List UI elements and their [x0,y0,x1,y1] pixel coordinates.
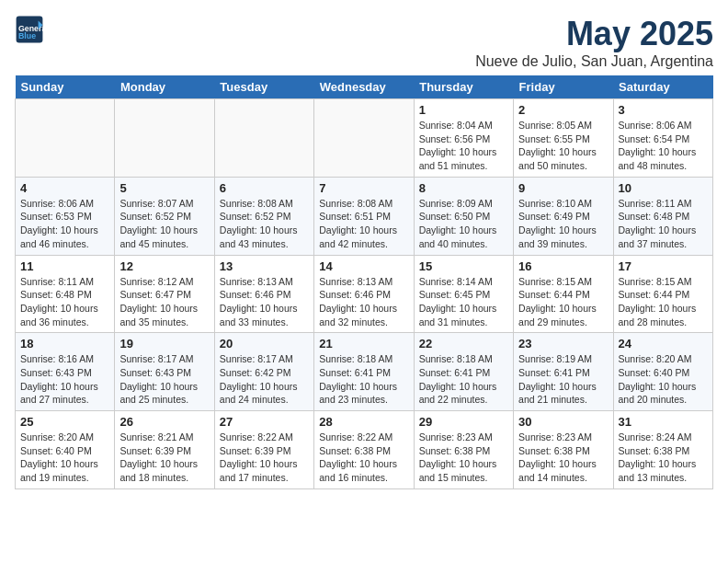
page-header: General Blue May 2025 Nueve de Julio, Sa… [15,15,713,70]
day-info: Sunrise: 8:11 AM Sunset: 6:48 PM Dayligh… [20,275,109,329]
calendar-cell: 1Sunrise: 8:04 AM Sunset: 6:56 PM Daylig… [414,99,513,178]
day-info: Sunrise: 8:20 AM Sunset: 6:40 PM Dayligh… [619,352,708,407]
day-number: 22 [419,337,508,350]
calendar-cell [214,99,313,178]
calendar-cell [16,99,115,178]
day-number: 18 [20,337,109,350]
calendar-cell: 30Sunrise: 8:23 AM Sunset: 6:38 PM Dayli… [514,411,613,489]
day-info: Sunrise: 8:08 AM Sunset: 6:51 PM Dayligh… [319,197,408,251]
day-number: 8 [419,181,508,195]
weekday-header-cell: Friday [514,75,613,99]
day-info: Sunrise: 8:13 AM Sunset: 6:46 PM Dayligh… [319,275,408,329]
day-info: Sunrise: 8:07 AM Sunset: 6:52 PM Dayligh… [119,197,209,251]
calendar-week-row: 18Sunrise: 8:16 AM Sunset: 6:43 PM Dayli… [16,333,713,411]
calendar-cell: 28Sunrise: 8:22 AM Sunset: 6:38 PM Dayli… [314,411,414,489]
calendar-cell: 3Sunrise: 8:06 AM Sunset: 6:54 PM Daylig… [613,99,712,178]
day-number: 29 [419,415,508,429]
day-number: 19 [119,337,209,350]
day-number: 3 [619,103,708,117]
weekday-header-cell: Sunday [16,75,115,99]
calendar-body: 1Sunrise: 8:04 AM Sunset: 6:56 PM Daylig… [16,99,713,489]
calendar-cell [314,99,414,178]
calendar-week-row: 25Sunrise: 8:20 AM Sunset: 6:40 PM Dayli… [16,411,713,489]
day-number: 5 [119,181,209,195]
day-info: Sunrise: 8:04 AM Sunset: 6:56 PM Dayligh… [419,119,508,173]
day-number: 2 [518,103,608,117]
day-number: 9 [518,181,608,195]
day-number: 4 [20,181,109,195]
weekday-header-cell: Tuesday [214,75,313,99]
calendar-cell: 11Sunrise: 8:11 AM Sunset: 6:48 PM Dayli… [16,255,115,333]
day-number: 1 [419,103,508,117]
day-info: Sunrise: 8:15 AM Sunset: 6:44 PM Dayligh… [619,275,708,329]
day-info: Sunrise: 8:06 AM Sunset: 6:54 PM Dayligh… [619,119,708,173]
calendar-cell: 20Sunrise: 8:17 AM Sunset: 6:42 PM Dayli… [214,333,313,411]
day-number: 23 [518,337,608,350]
day-number: 26 [119,415,209,429]
calendar-cell: 6Sunrise: 8:08 AM Sunset: 6:52 PM Daylig… [214,177,313,255]
day-number: 11 [20,259,109,273]
day-info: Sunrise: 8:14 AM Sunset: 6:45 PM Dayligh… [419,275,508,329]
day-info: Sunrise: 8:08 AM Sunset: 6:52 PM Dayligh… [220,197,309,251]
day-number: 12 [119,259,209,273]
logo-icon: General Blue [15,15,44,44]
day-number: 30 [518,415,608,429]
calendar-cell: 5Sunrise: 8:07 AM Sunset: 6:52 PM Daylig… [115,177,214,255]
weekday-header-cell: Saturday [613,75,712,99]
calendar-cell: 16Sunrise: 8:15 AM Sunset: 6:44 PM Dayli… [514,255,613,333]
calendar-cell: 23Sunrise: 8:19 AM Sunset: 6:41 PM Dayli… [514,333,613,411]
calendar-cell: 29Sunrise: 8:23 AM Sunset: 6:38 PM Dayli… [414,411,513,489]
day-info: Sunrise: 8:05 AM Sunset: 6:55 PM Dayligh… [518,119,608,173]
day-number: 20 [220,337,309,350]
calendar-week-row: 1Sunrise: 8:04 AM Sunset: 6:56 PM Daylig… [16,99,713,178]
day-info: Sunrise: 8:19 AM Sunset: 6:41 PM Dayligh… [518,352,608,407]
day-info: Sunrise: 8:11 AM Sunset: 6:48 PM Dayligh… [619,197,708,251]
day-info: Sunrise: 8:22 AM Sunset: 6:38 PM Dayligh… [319,431,408,485]
calendar-cell: 17Sunrise: 8:15 AM Sunset: 6:44 PM Dayli… [613,255,712,333]
day-number: 21 [319,337,408,350]
day-info: Sunrise: 8:06 AM Sunset: 6:53 PM Dayligh… [20,197,109,251]
day-info: Sunrise: 8:13 AM Sunset: 6:46 PM Dayligh… [220,275,309,329]
day-info: Sunrise: 8:17 AM Sunset: 6:43 PM Dayligh… [119,352,209,407]
day-info: Sunrise: 8:20 AM Sunset: 6:40 PM Dayligh… [20,431,109,485]
day-number: 14 [319,259,408,273]
day-number: 24 [619,337,708,350]
calendar-cell: 2Sunrise: 8:05 AM Sunset: 6:55 PM Daylig… [514,99,613,178]
calendar-cell: 8Sunrise: 8:09 AM Sunset: 6:50 PM Daylig… [414,177,513,255]
calendar-cell: 14Sunrise: 8:13 AM Sunset: 6:46 PM Dayli… [314,255,414,333]
calendar-cell: 24Sunrise: 8:20 AM Sunset: 6:40 PM Dayli… [613,333,712,411]
weekday-header-cell: Thursday [414,75,513,99]
day-info: Sunrise: 8:22 AM Sunset: 6:39 PM Dayligh… [220,431,309,485]
day-number: 31 [619,415,708,429]
day-info: Sunrise: 8:17 AM Sunset: 6:42 PM Dayligh… [220,352,309,407]
day-number: 28 [319,415,408,429]
day-info: Sunrise: 8:18 AM Sunset: 6:41 PM Dayligh… [319,352,408,407]
day-info: Sunrise: 8:16 AM Sunset: 6:43 PM Dayligh… [20,352,109,407]
calendar-cell: 7Sunrise: 8:08 AM Sunset: 6:51 PM Daylig… [314,177,414,255]
calendar-cell: 25Sunrise: 8:20 AM Sunset: 6:40 PM Dayli… [16,411,115,489]
weekday-header-row: SundayMondayTuesdayWednesdayThursdayFrid… [16,75,713,99]
day-number: 6 [220,181,309,195]
day-info: Sunrise: 8:18 AM Sunset: 6:41 PM Dayligh… [419,352,508,407]
logo: General Blue [15,15,44,44]
calendar-cell: 21Sunrise: 8:18 AM Sunset: 6:41 PM Dayli… [314,333,414,411]
day-number: 13 [220,259,309,273]
day-number: 27 [220,415,309,429]
calendar-week-row: 11Sunrise: 8:11 AM Sunset: 6:48 PM Dayli… [16,255,713,333]
calendar-table: SundayMondayTuesdayWednesdayThursdayFrid… [15,75,713,489]
calendar-cell: 27Sunrise: 8:22 AM Sunset: 6:39 PM Dayli… [214,411,313,489]
calendar-title: May 2025 [475,15,713,53]
day-number: 10 [619,181,708,195]
calendar-cell: 10Sunrise: 8:11 AM Sunset: 6:48 PM Dayli… [613,177,712,255]
day-info: Sunrise: 8:12 AM Sunset: 6:47 PM Dayligh… [119,275,209,329]
calendar-cell: 9Sunrise: 8:10 AM Sunset: 6:49 PM Daylig… [514,177,613,255]
day-info: Sunrise: 8:23 AM Sunset: 6:38 PM Dayligh… [419,431,508,485]
svg-text:Blue: Blue [18,31,36,40]
calendar-cell: 31Sunrise: 8:24 AM Sunset: 6:38 PM Dayli… [613,411,712,489]
day-number: 7 [319,181,408,195]
calendar-cell: 13Sunrise: 8:13 AM Sunset: 6:46 PM Dayli… [214,255,313,333]
calendar-week-row: 4Sunrise: 8:06 AM Sunset: 6:53 PM Daylig… [16,177,713,255]
day-info: Sunrise: 8:21 AM Sunset: 6:39 PM Dayligh… [119,431,209,485]
weekday-header-cell: Monday [115,75,214,99]
calendar-cell: 18Sunrise: 8:16 AM Sunset: 6:43 PM Dayli… [16,333,115,411]
